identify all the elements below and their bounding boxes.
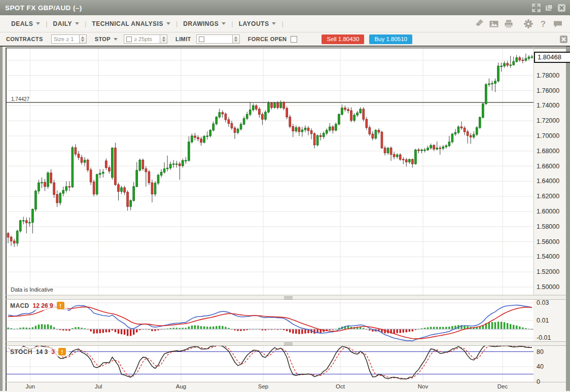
svg-text:1.52000: 1.52000	[537, 268, 559, 275]
macd-legend[interactable]: MACD 12 26 9 !	[7, 301, 67, 310]
chevron-down-icon	[36, 22, 40, 25]
svg-text:1.68000: 1.68000	[537, 148, 559, 155]
ticket-close-icon[interactable]	[560, 35, 567, 43]
contracts-size-input[interactable]: Size ≥ 1	[51, 34, 80, 44]
menubar-icons: ?	[474, 19, 570, 29]
stop-checkbox[interactable]	[126, 37, 132, 42]
svg-text:1.74000: 1.74000	[537, 102, 559, 109]
svg-text:1.70000: 1.70000	[537, 132, 559, 139]
current-price-label: 1.80468	[534, 52, 570, 63]
comment-icon[interactable]	[553, 19, 563, 29]
menu-bar: DEALS | DAILY | TECHNICAL ANALYSIS | DRA…	[0, 15, 570, 32]
stop-label: STOP	[95, 36, 111, 42]
title-bar[interactable]: SPOT FX GBP/AUD (–)	[0, 0, 570, 15]
svg-text:?: ?	[541, 19, 546, 28]
force-open-label: FORCE OPEN	[248, 36, 287, 42]
chevron-down-icon	[222, 22, 226, 25]
svg-text:40: 40	[537, 363, 544, 370]
menu-items: DEALS | DAILY | TECHNICAL ANALYSIS | DRA…	[11, 20, 289, 27]
stoch-name: STOCH	[10, 348, 32, 355]
svg-text:0.03: 0.03	[537, 299, 549, 306]
chevron-down-icon	[272, 22, 276, 25]
svg-text:0: 0	[537, 378, 540, 385]
chart-canvas[interactable]: 1.800001.780001.760001.740001.720001.700…	[0, 47, 570, 391]
image-icon[interactable]	[489, 19, 499, 29]
limit-checkbox[interactable]	[199, 37, 204, 42]
svg-text:0.01: 0.01	[537, 317, 549, 324]
stoch-legend[interactable]: STOCH 14 3 3 !	[7, 347, 69, 357]
macd-name: MACD	[10, 302, 29, 309]
chart-panel: 1.800001.780001.760001.740001.720001.700…	[0, 47, 570, 391]
printer-icon[interactable]	[504, 19, 514, 29]
trading-platform-window: { "window": { "title": "SPOT FX GBP/AUD …	[0, 0, 570, 392]
stop-caret-icon[interactable]	[114, 38, 118, 41]
close-icon[interactable]	[557, 4, 566, 12]
svg-text:1.76000: 1.76000	[537, 87, 559, 94]
buy-button[interactable]: Buy 1.80510	[369, 34, 412, 44]
svg-text:Jun: Jun	[25, 383, 35, 389]
svg-text:Oct: Oct	[336, 383, 345, 389]
force-open-checkbox[interactable]	[291, 36, 297, 43]
svg-text:1.58000: 1.58000	[537, 223, 559, 230]
menu-item-daily[interactable]: DAILY	[53, 20, 79, 27]
titlebar-icons	[532, 4, 566, 12]
stoch-params: 14 3	[36, 348, 48, 355]
deal-ticket-bar: CONTRACTS Size ≥ 1 STOP ≥ 25pts LIMIT FO…	[0, 32, 570, 47]
chevron-down-icon	[166, 22, 170, 25]
svg-text:Aug: Aug	[176, 383, 186, 389]
macd-warning-icon[interactable]: !	[57, 302, 64, 309]
limit-stepper[interactable]	[233, 34, 240, 44]
stop-stepper[interactable]	[160, 34, 167, 44]
stoch-warning-icon[interactable]: !	[58, 348, 66, 355]
right-frame-edge[interactable]	[566, 47, 570, 391]
svg-text:Jul: Jul	[95, 383, 102, 389]
svg-text:1.56000: 1.56000	[537, 238, 559, 245]
svg-text:1.60000: 1.60000	[537, 208, 559, 215]
gear-icon[interactable]	[523, 19, 533, 29]
menu-item-deals[interactable]: DEALS	[11, 20, 40, 27]
window-icon[interactable]	[545, 4, 553, 12]
menu-item-layouts[interactable]: LAYOUTS	[239, 20, 276, 27]
layers-icon[interactable]	[474, 19, 484, 29]
svg-text:1.54000: 1.54000	[537, 253, 559, 260]
svg-text:1.78000: 1.78000	[537, 72, 559, 79]
svg-text:1.64000: 1.64000	[537, 177, 559, 185]
sell-button[interactable]: Sell 1.80430	[322, 34, 364, 44]
svg-text:1.50000: 1.50000	[537, 283, 559, 291]
price-level-label[interactable]: 1.74427	[10, 96, 30, 102]
svg-text:Dec: Dec	[497, 383, 508, 389]
help-icon[interactable]: ?	[538, 19, 548, 29]
contracts-size-stepper[interactable]	[80, 34, 87, 44]
stoch-params-last: 3	[51, 348, 55, 355]
menu-item-technical-analysis[interactable]: TECHNICAL ANALYSIS	[92, 20, 170, 27]
chevron-down-icon	[75, 22, 79, 25]
svg-text:-0.01: -0.01	[537, 334, 551, 341]
left-frame-edge	[0, 47, 3, 391]
macd-params: 12 26 9	[33, 302, 53, 309]
svg-text:1.66000: 1.66000	[537, 163, 559, 170]
menu-item-drawings[interactable]: DRAWINGS	[183, 20, 226, 27]
contracts-label: CONTRACTS	[6, 36, 43, 42]
svg-text:1.72000: 1.72000	[537, 117, 559, 124]
limit-label: LIMIT	[175, 36, 191, 42]
svg-text:Sep: Sep	[258, 383, 268, 389]
svg-text:1.62000: 1.62000	[537, 193, 559, 200]
svg-text:Nov: Nov	[418, 383, 429, 389]
stop-input[interactable]: ≥ 25pts	[124, 34, 160, 44]
expand-icon[interactable]	[532, 4, 541, 12]
window-title: SPOT FX GBP/AUD (–)	[5, 4, 532, 12]
indicative-data-note: Data is Indicative	[11, 287, 53, 293]
limit-input[interactable]	[196, 34, 233, 44]
stop-value: ≥ 25pts	[134, 36, 152, 42]
svg-text:80: 80	[537, 348, 544, 355]
